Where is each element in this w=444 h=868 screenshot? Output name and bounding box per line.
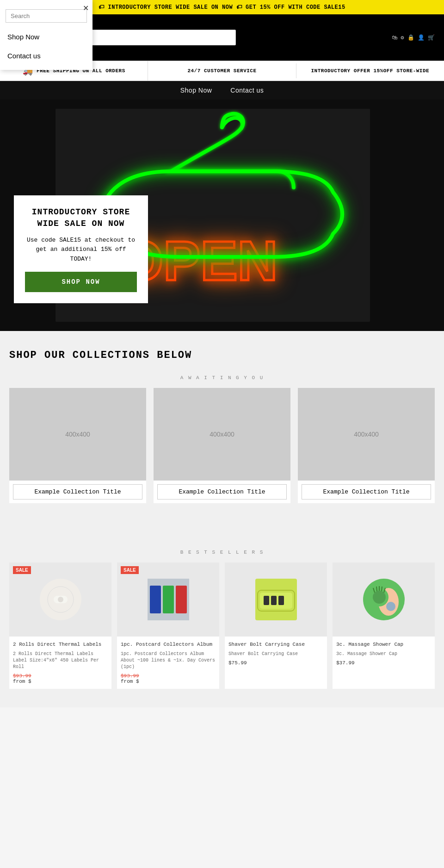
- product-info-1: 1pc. Postcard Collectors Album 1pc. Post…: [117, 637, 219, 689]
- product-title-2: Shaver Bolt Carrying Case: [228, 641, 323, 648]
- collections-grid: 400x400 Example Collection Title 400x400…: [9, 388, 435, 503]
- collection-img-0: 400x400: [9, 388, 146, 481]
- product-price-new-0: from $: [13, 679, 108, 684]
- info-bar-offer: INTRODUCTORY OFFER 15%OFF STORE-WIDE: [296, 63, 444, 78]
- product-info-2: Shaver Bolt Carrying Case Shaver Bolt Ca…: [225, 637, 327, 670]
- product-title-0: 2 Rolls Direct Thermal Labels: [13, 641, 108, 648]
- product-card-1[interactable]: SALE 1pc. Postcard Collectors Album 1pc.…: [117, 562, 219, 689]
- svg-rect-15: [271, 596, 277, 605]
- svg-rect-14: [264, 596, 269, 605]
- product-thumbnail-1: [148, 579, 189, 620]
- product-card-2[interactable]: Shaver Bolt Carrying Case Shaver Bolt Ca…: [225, 562, 327, 689]
- header-icons-text: 🛍 ⚙ 🔒 👤 🛒: [392, 34, 435, 41]
- collection-label-0: Example Collection Title: [13, 484, 142, 500]
- hero-cta-button[interactable]: SHOP NOW: [25, 272, 137, 292]
- collection-img-label-1: 400x400: [210, 431, 234, 438]
- product-thumbnail-2: [255, 579, 297, 620]
- product-price-old-1: $93.99: [121, 673, 216, 679]
- product-title-1: 1pc. Postcard Collectors Album: [121, 641, 216, 648]
- svg-line-23: [382, 587, 382, 591]
- svg-point-8: [58, 597, 63, 602]
- product-img-1: SALE: [117, 562, 219, 637]
- dropdown-search-container: [0, 5, 92, 27]
- announcement-text: 🏷 INTRODUCTORY STORE WIDE SALE ON NOW 🏷 …: [99, 4, 345, 11]
- hero-bg: OPEN INTRODUCTORY STORE WIDE SALE ON NOW…: [0, 100, 444, 331]
- collection-img-label-0: 400x400: [65, 431, 90, 438]
- hero-overlay-card: INTRODUCTORY STORE WIDE SALE ON NOW Use …: [14, 195, 148, 303]
- product-price-old-0: $93.99: [13, 673, 108, 679]
- info-bar-offer-text: INTRODUCTORY OFFER 15%OFF STORE-WIDE: [311, 68, 430, 74]
- svg-rect-16: [278, 596, 284, 605]
- sale-badge-0: SALE: [13, 566, 31, 574]
- info-bar-service-text: 24/7 CUSTOMER SERVICE: [187, 68, 256, 74]
- svg-line-21: [376, 587, 377, 591]
- product-desc-0: 2 Rolls Direct Thermal Labels Label Size…: [13, 651, 108, 670]
- collection-label-2: Example Collection Title: [302, 484, 431, 500]
- svg-rect-9: [150, 586, 161, 613]
- collections-title: SHOP OUR COLLECTIONS BELOW: [9, 350, 435, 361]
- products-grid: SALE 2 Rolls Direct Thermal Labels 2 Rol…: [9, 562, 435, 689]
- collection-label-1: Example Collection Title: [157, 484, 287, 500]
- product-card-0[interactable]: SALE 2 Rolls Direct Thermal Labels 2 Rol…: [9, 562, 111, 689]
- collection-img-label-2: 400x400: [354, 431, 379, 438]
- nav-contact[interactable]: Contact us: [230, 87, 264, 94]
- product-info-3: 3c. Massage Shower Cap 3c. Massage Showe…: [333, 637, 435, 670]
- products-subtitle: B E S T S E L L E R S: [9, 550, 435, 555]
- product-price-2: $75.99: [228, 660, 323, 666]
- product-desc-2: Shaver Bolt Carrying Case: [228, 651, 323, 657]
- product-desc-1: 1pc. Postcard Collectors Album About ~10…: [121, 651, 216, 670]
- dropdown-search-input[interactable]: [6, 9, 87, 23]
- info-bar-service: 24/7 CUSTOMER SERVICE: [148, 63, 296, 78]
- product-card-3[interactable]: 3c. Massage Shower Cap 3c. Massage Showe…: [333, 562, 435, 689]
- product-img-0: SALE: [9, 562, 111, 637]
- hero-section: OPEN INTRODUCTORY STORE WIDE SALE ON NOW…: [0, 100, 444, 331]
- collection-card-1[interactable]: 400x400 Example Collection Title: [154, 388, 290, 503]
- nav-shop-now[interactable]: Shop Now: [180, 87, 212, 94]
- collections-section: SHOP OUR COLLECTIONS BELOW A W A I T I N…: [0, 331, 444, 531]
- product-thumbnail-3: [363, 579, 405, 620]
- product-img-2: [225, 562, 327, 637]
- product-title-3: 3c. Massage Shower Cap: [336, 641, 431, 648]
- collection-card-0[interactable]: 400x400 Example Collection Title: [9, 388, 146, 503]
- svg-rect-10: [163, 586, 174, 613]
- dropdown-menu: ✕ Shop Now Contact us: [0, 0, 92, 70]
- dropdown-item-contact[interactable]: Contact us: [0, 46, 92, 65]
- hero-title: INTRODUCTORY STORE WIDE SALE ON NOW: [25, 206, 137, 230]
- main-nav: Shop Now Contact us: [0, 81, 444, 100]
- product-img-3: [333, 562, 435, 637]
- dropdown-item-shop[interactable]: Shop Now: [0, 27, 92, 46]
- close-icon[interactable]: ✕: [83, 4, 89, 12]
- svg-point-19: [373, 591, 386, 604]
- product-info-0: 2 Rolls Direct Thermal Labels 2 Rolls Di…: [9, 637, 111, 689]
- svg-rect-11: [176, 586, 187, 613]
- sale-badge-1: SALE: [121, 566, 139, 574]
- svg-point-25: [386, 602, 395, 611]
- product-price-3: $37.99: [336, 660, 431, 666]
- collections-subtitle: A W A I T I N G Y O U: [9, 375, 435, 381]
- hero-subtitle: Use code SALE15 at checkout to get an ad…: [25, 236, 137, 264]
- collection-card-2[interactable]: 400x400 Example Collection Title: [298, 388, 435, 503]
- products-section: B E S T S E L L E R S SALE 2 Rolls Direc…: [0, 531, 444, 707]
- product-price-new-1: from $: [121, 679, 216, 684]
- header-icons: 🛍 ⚙ 🔒 👤 🛒: [392, 34, 435, 41]
- collection-img-2: 400x400: [298, 388, 435, 481]
- product-thumbnail-0: [40, 579, 81, 620]
- product-desc-3: 3c. Massage Shower Cap: [336, 651, 431, 657]
- collection-img-1: 400x400: [154, 388, 290, 481]
